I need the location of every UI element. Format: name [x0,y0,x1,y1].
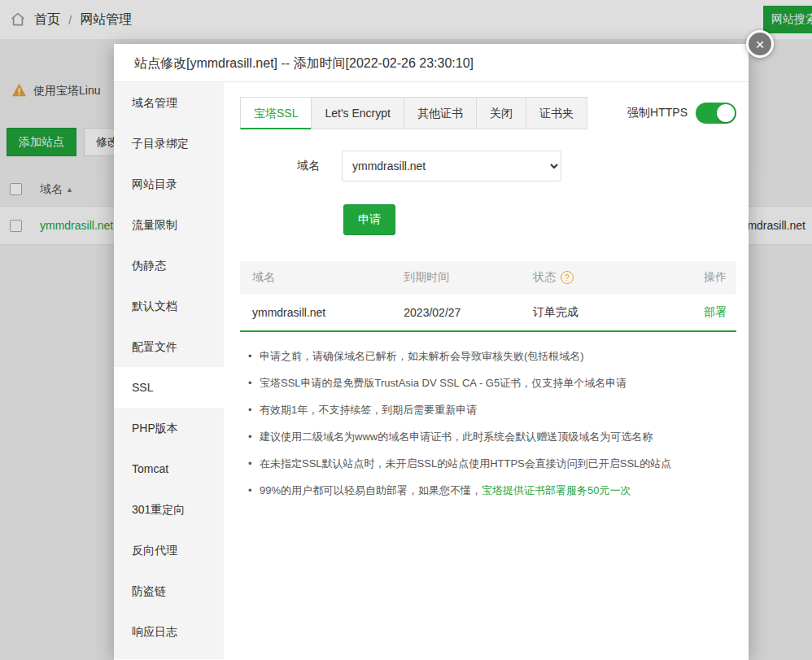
sidebar-item-traffic-limit[interactable]: 流量限制 [114,204,224,245]
sidebar-item-reverse-proxy[interactable]: 反向代理 [114,530,224,570]
modal-sidebar: 域名管理 子目录绑定 网站目录 流量限制 伪静态 默认文档 配置文件 SSL P… [114,82,224,659]
close-icon: × [755,36,764,53]
cert-expire: 2023/02/27 [404,306,533,319]
col-status: 状态 ? [533,270,662,285]
col-expire: 到期时间 [404,270,533,285]
ssl-panel: 宝塔SSL Let's Encrypt 其他证书 关闭 证书夹 强制HTTPS … [224,82,749,659]
cert-domain: ymmdrasill.net [240,306,404,319]
tab-bt-ssl[interactable]: 宝塔SSL [240,97,312,129]
cert-table-row: ymmdrasill.net 2023/02/27 订单完成 部署 [240,294,736,330]
ssl-tabs-row: 宝塔SSL Let's Encrypt 其他证书 关闭 证书夹 强制HTTPS [240,97,736,129]
note-text: 建议使用二级域名为www的域名申请证书，此时系统会默认赠送顶级域名为可选名称 [260,431,653,443]
sidebar-item-default-doc[interactable]: 默认文档 [114,286,224,326]
ssl-tabs: 宝塔SSL Let's Encrypt 其他证书 关闭 证书夹 [240,97,587,129]
col-status-label: 状态 [533,270,556,285]
tab-cert-folder[interactable]: 证书夹 [526,97,587,129]
cert-table: 域名 到期时间 状态 ? 操作 ymmdrasill.net 2023/02/2… [240,261,736,332]
deploy-link[interactable]: 部署 [661,305,736,320]
tab-close-ssl[interactable]: 关闭 [476,97,526,129]
sidebar-item-ssl[interactable]: SSL [114,367,224,408]
sidebar-item-php-version[interactable]: PHP版本 [114,408,224,448]
tab-other-cert[interactable]: 其他证书 [404,97,477,129]
note-item: 宝塔SSL申请的是免费版TrustAsia DV SSL CA - G5证书，仅… [248,375,736,391]
modal-header: 站点修改[ymmdrasill.net] -- 添加时间[2022-02-26 … [114,44,749,82]
modal-close-button[interactable]: × [746,30,774,58]
site-settings-modal: × 站点修改[ymmdrasill.net] -- 添加时间[2022-02-2… [114,44,749,660]
sidebar-item-301-redirect[interactable]: 301重定向 [114,489,224,530]
force-https-label: 强制HTTPS [627,106,688,120]
note-text: 申请之前，请确保域名已解析，如未解析会导致审核失败(包括根域名) [260,350,584,362]
toggle-knob [717,104,735,122]
note-item: 99%的用户都可以轻易自助部署，如果您不懂，宝塔提供证书部署服务50元一次 [248,483,736,498]
sidebar-item-tomcat[interactable]: Tomcat [114,448,224,489]
tab-lets-encrypt[interactable]: Let's Encrypt [311,97,404,129]
notes-list: 申请之前，请确保域名已解析，如未解析会导致审核失败(包括根域名) 宝塔SSL申请… [240,348,736,498]
note-item: 有效期1年，不支持续签，到期后需要重新申请 [248,402,736,417]
cert-status: 订单完成 [533,305,662,320]
domain-select[interactable]: ymmdrasill.net [342,151,561,181]
note-text: 99%的用户都可以轻易自助部署，如果您不懂， [260,484,482,496]
sidebar-item-response-log[interactable]: 响应日志 [114,611,224,652]
deploy-service-link[interactable]: 宝塔提供证书部署服务50元一次 [482,484,631,496]
modal-title: 站点修改[ymmdrasill.net] -- 添加时间[2022-02-26 … [134,56,474,70]
cert-table-header: 域名 到期时间 状态 ? 操作 [240,261,736,294]
note-text: 有效期1年，不支持续签，到期后需要重新申请 [260,404,477,416]
sidebar-item-rewrite[interactable]: 伪静态 [114,245,224,286]
domain-form-row: 域名 ymmdrasill.net [240,151,736,181]
status-help-icon[interactable]: ? [561,271,574,284]
note-item: 申请之前，请确保域名已解析，如未解析会导致审核失败(包括根域名) [248,348,736,364]
apply-button[interactable]: 申请 [343,204,395,235]
note-text: 宝塔SSL申请的是免费版TrustAsia DV SSL CA - G5证书，仅… [260,377,626,389]
sidebar-item-subdir-bind[interactable]: 子目录绑定 [114,123,224,164]
sidebar-item-hotlink-protect[interactable]: 防盗链 [114,570,224,611]
col-domain: 域名 [240,270,404,285]
sidebar-item-site-dir[interactable]: 网站目录 [114,164,224,204]
note-item: 建议使用二级域名为www的域名申请证书，此时系统会默认赠送顶级域名为可选名称 [248,429,736,444]
sidebar-item-domain-manage[interactable]: 域名管理 [114,82,224,123]
note-item: 在未指定SSL默认站点时，未开启SSL的站点使用HTTPS会直接访问到已开启SS… [248,456,736,471]
note-text: 在未指定SSL默认站点时，未开启SSL的站点使用HTTPS会直接访问到已开启SS… [260,457,671,470]
col-action: 操作 [661,270,736,285]
domain-label: 域名 [240,159,342,173]
force-https-toggle[interactable] [696,103,736,124]
sidebar-item-config-file[interactable]: 配置文件 [114,326,224,367]
